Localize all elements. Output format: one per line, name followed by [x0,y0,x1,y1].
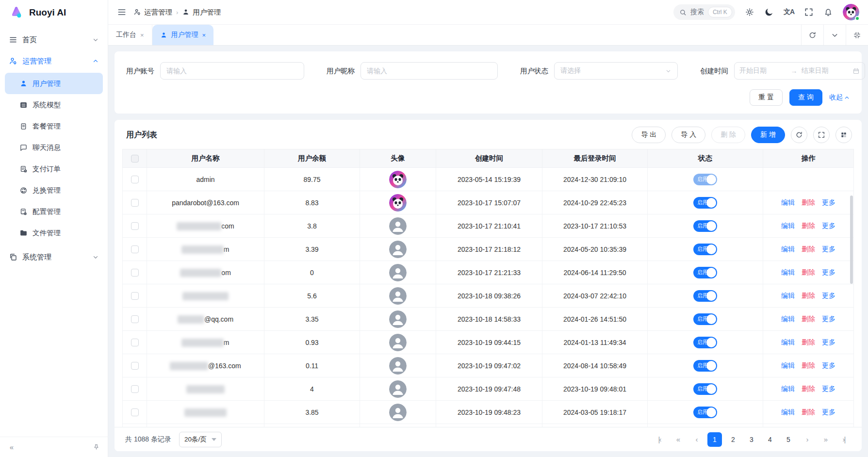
more-link[interactable]: 更多 [822,292,835,300]
page-number-button[interactable]: 5 [781,432,796,447]
status-toggle[interactable]: 启用 [693,313,717,325]
sidebar-collapse-button[interactable]: « [6,441,17,453]
row-checkbox[interactable] [131,315,139,323]
add-button[interactable]: 新 增 [751,127,785,143]
more-link[interactable]: 更多 [822,268,835,277]
page-number-button[interactable]: 1 [707,432,722,447]
sidebar-group-operations[interactable]: 运营管理 [0,50,108,72]
more-link[interactable]: 更多 [822,315,835,324]
status-toggle[interactable]: 启用 [693,360,717,372]
select-all-checkbox[interactable] [131,155,139,163]
table-scrollbar[interactable] [850,196,853,284]
account-input[interactable] [160,62,304,80]
delete-link[interactable]: 删除 [802,222,815,230]
close-icon[interactable]: × [140,32,144,39]
content-fullscreen-button[interactable] [846,25,868,45]
more-link[interactable]: 更多 [822,198,835,207]
sidebar-item[interactable]: 用户管理 [5,73,103,94]
breadcrumb-user-management[interactable]: 用户管理 [182,8,221,17]
delete-link[interactable]: 删除 [802,292,815,300]
hamburger-menu-icon[interactable] [117,7,127,17]
more-link[interactable]: 更多 [822,385,835,393]
delete-link[interactable]: 删除 [802,198,815,207]
fast-prev-button[interactable]: « [671,432,685,447]
edit-link[interactable]: 编辑 [781,292,795,300]
row-checkbox[interactable] [131,408,139,416]
page-number-button[interactable]: 3 [744,432,759,447]
collapse-filters-link[interactable]: 收起 [829,93,850,102]
more-link[interactable]: 更多 [822,361,835,370]
row-checkbox[interactable] [131,292,139,300]
status-toggle[interactable]: 启用 [693,220,717,232]
row-checkbox[interactable] [131,245,139,253]
more-link[interactable]: 更多 [822,338,835,347]
refresh-page-button[interactable] [801,25,823,45]
last-page-button[interactable]: ›| [836,432,851,447]
fullscreen-icon[interactable] [804,7,814,17]
pin-icon[interactable] [90,441,102,453]
edit-link[interactable]: 编辑 [781,198,795,207]
search-button[interactable]: 查 询 [789,89,822,106]
row-checkbox[interactable] [131,362,139,370]
sidebar-item[interactable]: 套餐管理 [5,115,103,137]
page-number-button[interactable]: 2 [726,432,740,447]
edit-link[interactable]: 编辑 [781,315,795,324]
row-checkbox[interactable] [131,222,139,230]
more-link[interactable]: 更多 [822,408,835,417]
table-refresh-button[interactable] [791,127,807,143]
status-toggle[interactable]: 启用 [693,267,717,278]
status-toggle[interactable]: 启用 [693,337,717,348]
notifications-bell-icon[interactable] [823,7,833,17]
settings-gear-icon[interactable] [745,7,754,17]
sidebar-item[interactable]: 文件管理 [5,222,103,244]
status-select[interactable]: 请选择 [554,62,678,80]
more-link[interactable]: 更多 [822,222,835,230]
page-number-button[interactable]: 4 [763,432,777,447]
breadcrumb-operations[interactable]: 运营管理 [133,8,172,17]
row-checkbox[interactable] [131,269,139,277]
first-page-button[interactable]: |‹ [652,432,667,447]
sidebar-group-system[interactable]: 系统管理 [0,246,108,268]
row-checkbox[interactable] [131,199,139,207]
tab-user-management[interactable]: 用户管理 × [152,25,214,45]
sidebar-item[interactable]: 支付订单 [5,158,103,180]
edit-link[interactable]: 编辑 [781,245,795,254]
status-toggle[interactable]: 启用 [693,244,717,255]
edit-link[interactable]: 编辑 [781,408,795,417]
dark-mode-moon-icon[interactable] [764,7,774,17]
status-toggle[interactable]: 启用 [693,290,717,302]
brand-logo[interactable]: Ruoyi AI [0,0,108,25]
status-toggle[interactable]: 启用 [693,174,717,185]
row-checkbox[interactable] [131,176,139,183]
tab-workbench[interactable]: 工作台 × [108,25,152,45]
delete-link[interactable]: 删除 [802,338,815,347]
edit-link[interactable]: 编辑 [781,385,795,393]
nickname-input[interactable] [360,62,498,80]
delete-button[interactable]: 删 除 [711,127,745,143]
delete-link[interactable]: 删除 [802,315,815,324]
global-search[interactable]: 搜索 Ctrl K [673,4,735,20]
user-avatar[interactable] [843,4,859,20]
fast-next-button[interactable]: » [818,432,833,447]
column-settings-button[interactable] [835,127,852,143]
edit-link[interactable]: 编辑 [781,222,795,230]
status-toggle[interactable]: 启用 [693,383,717,395]
status-toggle[interactable]: 启用 [693,197,717,209]
more-link[interactable]: 更多 [822,245,835,254]
close-icon[interactable]: × [202,32,206,39]
export-button[interactable]: 导 出 [632,127,666,143]
delete-link[interactable]: 删除 [802,361,815,370]
delete-link[interactable]: 删除 [802,268,815,277]
sidebar-item[interactable]: 聊天消息 [5,137,103,158]
sidebar-item[interactable]: 兑换管理 [5,180,103,201]
sidebar-group-home[interactable]: 首页 [0,29,108,50]
delete-link[interactable]: 删除 [802,408,815,417]
date-range-picker[interactable]: 开始日期 → 结束日期 [734,62,865,80]
import-button[interactable]: 导 入 [671,127,705,143]
reset-button[interactable]: 重 置 [750,89,783,106]
next-page-button[interactable]: › [800,432,814,447]
status-toggle[interactable]: 启用 [693,407,717,418]
delete-link[interactable]: 删除 [802,245,815,254]
translate-icon[interactable]: 文A [784,8,794,16]
edit-link[interactable]: 编辑 [781,338,795,347]
